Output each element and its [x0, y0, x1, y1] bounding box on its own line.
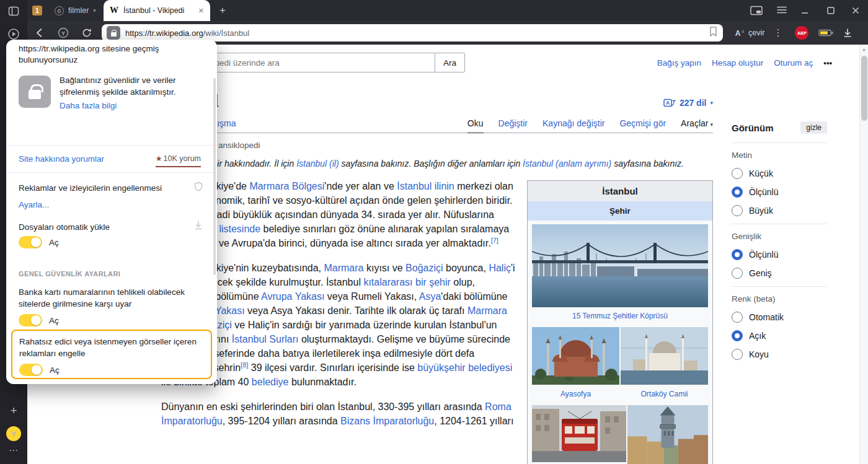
tram-photo[interactable]: [532, 405, 626, 462]
site-security-badge[interactable]: [107, 26, 120, 40]
page-scrollbar[interactable]: ▲: [859, 45, 868, 464]
appearance-option[interactable]: Ölçünlü: [732, 186, 827, 198]
player-icon[interactable]: [7, 28, 20, 40]
scrollbar-thumb[interactable]: [861, 56, 867, 121]
infobox-caption-right[interactable]: Ortaköy Camii: [621, 385, 708, 405]
scroll-up-icon[interactable]: ▲: [860, 45, 868, 51]
yandex-logo-icon[interactable]: Y: [6, 426, 21, 441]
pinned-tab[interactable]: 1: [29, 3, 45, 18]
search-input[interactable]: [180, 53, 435, 72]
article-link[interactable]: Asya: [419, 291, 441, 302]
page-tab-ara-lar[interactable]: Araçlar▾: [681, 116, 713, 133]
popup-scrollbar[interactable]: [213, 78, 216, 275]
article-link[interactable]: Haliç: [489, 263, 511, 273]
radio-icon[interactable]: [732, 186, 743, 198]
more-info-link[interactable]: Daha fazla bilgi: [60, 101, 117, 110]
downloads-icon[interactable]: [842, 27, 853, 38]
url-text[interactable]: https://tr.wikipedia.org/wiki/İstanbul: [125, 28, 704, 38]
search-button[interactable]: Ara: [435, 53, 465, 72]
page-tab-oku[interactable]: Oku: [467, 116, 484, 133]
radio-icon[interactable]: [732, 168, 743, 179]
tab-group-filmler[interactable]: 0 filmler ▾: [48, 3, 102, 18]
bridge-photo[interactable]: [532, 224, 708, 307]
article-link[interactable]: İstanbul (il): [296, 159, 339, 169]
user-link[interactable]: Oturum aç: [774, 58, 813, 68]
radio-icon[interactable]: [732, 312, 743, 323]
article-link[interactable]: [8]: [241, 361, 248, 369]
article-link[interactable]: Boğaziçi: [405, 263, 443, 273]
card-warning-toggle[interactable]: [19, 314, 42, 326]
close-window-icon[interactable]: [851, 6, 861, 18]
kebab-menu-icon[interactable]: ⋮: [773, 27, 782, 38]
tab-strip: 1 0 filmler ▾ W İstanbul - Vikipedi ✕ +: [27, 0, 868, 21]
ayasofya-photo[interactable]: [532, 327, 619, 385]
menu-icon[interactable]: [776, 6, 787, 17]
active-tab[interactable]: W İstanbul - Vikipedi ✕: [104, 0, 210, 21]
article-link[interactable]: Marmara: [324, 263, 363, 273]
article-link[interactable]: büyükşehir belediyesi: [417, 362, 512, 373]
article-link[interactable]: belediye: [252, 377, 289, 387]
appearance-option[interactable]: Geniş: [732, 268, 827, 279]
translate-label: çevir: [748, 28, 764, 37]
page-tab-kayna-de-i-tir[interactable]: Kaynağı değiştir: [542, 116, 604, 133]
appearance-option[interactable]: Büyük: [732, 205, 827, 216]
page-tab-de-i-tir[interactable]: Değiştir: [498, 116, 528, 133]
site-rating[interactable]: ★10K yorum: [156, 154, 201, 167]
adblock-configure-link[interactable]: Ayarla...: [19, 199, 49, 211]
appearance-option[interactable]: Koyu: [732, 349, 827, 360]
article-link[interactable]: İstanbul (anlam ayrımı): [523, 159, 611, 169]
page-tab-ge-mi-i-g-r[interactable]: Geçmişi gör: [619, 116, 666, 133]
hide-appearance-button[interactable]: gizle: [800, 121, 827, 134]
maximize-icon[interactable]: [826, 6, 836, 18]
article-link[interactable]: Avrupa Yakası: [261, 291, 324, 302]
refresh-icon[interactable]: [81, 27, 93, 39]
rail-more-icon[interactable]: ⋯: [9, 445, 19, 456]
security-settings-header: GENEL GÜVENLİK AYARLARI: [19, 270, 120, 278]
more-options-icon[interactable]: •••: [823, 58, 832, 68]
minimize-icon[interactable]: [800, 6, 810, 18]
cast-icon[interactable]: [750, 6, 763, 18]
language-selector[interactable]: A 227 dil ▾: [663, 98, 713, 111]
rail-add-icon[interactable]: +: [10, 404, 17, 418]
language-icon: A: [663, 98, 676, 108]
chevron-down-icon: ▾: [710, 100, 713, 106]
battery-icon[interactable]: [818, 28, 835, 38]
new-tab-button[interactable]: +: [215, 3, 230, 18]
address-bar[interactable]: https://tr.wikipedia.org/wiki/İstanbul: [102, 24, 723, 42]
radio-icon[interactable]: [732, 330, 743, 341]
infobox-caption-main[interactable]: 15 Temmuz Şehitler Köprüsü: [528, 307, 712, 327]
article-link[interactable]: İstanbul ilinin: [397, 181, 454, 191]
article-link[interactable]: kıtalararası bir şehir: [363, 277, 451, 287]
infobox-caption-left[interactable]: Ayasofya: [532, 385, 619, 405]
bookmark-flag-icon[interactable]: [709, 26, 718, 40]
article-link[interactable]: Marmara Bölgesi: [249, 181, 324, 191]
review-count: 10K yorum: [164, 154, 201, 163]
appearance-option[interactable]: Ölçünlü: [732, 249, 827, 260]
article-link[interactable]: Bizans İmparatorluğu: [340, 416, 434, 426]
appearance-option[interactable]: Küçük: [732, 168, 827, 179]
back-icon[interactable]: [33, 27, 46, 39]
radio-icon[interactable]: [732, 349, 743, 360]
user-link[interactable]: Bağış yapın: [657, 58, 701, 68]
adblock-plus-badge[interactable]: ABP: [795, 26, 808, 40]
annoying-ads-toggle[interactable]: [19, 364, 43, 376]
site-reviews-link[interactable]: Site hakkında yorumlar: [19, 154, 104, 164]
appearance-option-label: Küçük: [749, 169, 773, 178]
user-link[interactable]: Hesap oluştur: [712, 58, 763, 68]
article-link[interactable]: İstanbul Surları: [232, 334, 299, 344]
radio-icon[interactable]: [732, 268, 743, 279]
radio-icon[interactable]: [732, 205, 743, 216]
translate-button[interactable]: Aa çevir: [734, 28, 764, 38]
galata-photo[interactable]: [627, 405, 708, 464]
sidebar-toggle-icon[interactable]: [8, 6, 19, 17]
article-link[interactable]: [7]: [491, 237, 498, 244]
appearance-option[interactable]: Otomatik: [732, 312, 827, 323]
autoload-toggle[interactable]: [19, 236, 42, 248]
appearance-option[interactable]: Açık: [732, 330, 827, 341]
page-tabs-right: OkuDeğiştirKaynağı değiştirGeçmişi görAr…: [467, 116, 713, 133]
ortakoy-photo[interactable]: [621, 327, 708, 385]
radio-icon[interactable]: [732, 249, 743, 260]
chevron-down-icon: ▾: [710, 121, 713, 128]
close-tab-icon[interactable]: ✕: [198, 7, 204, 15]
yandex-services-icon[interactable]: Y: [57, 27, 69, 39]
